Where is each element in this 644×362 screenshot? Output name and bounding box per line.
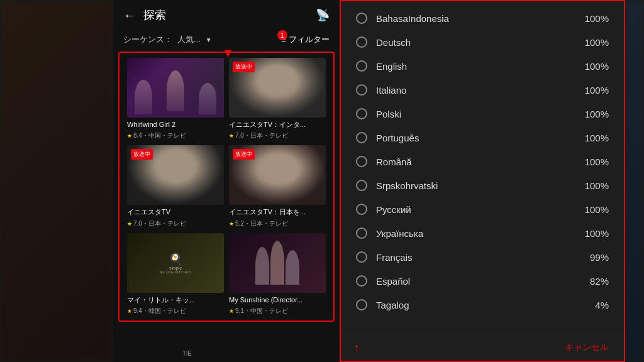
radio-button[interactable] [356, 60, 367, 72]
item-title: マイ・リトル・キッ... [127, 295, 224, 304]
language-percent: 100% [580, 61, 609, 72]
item-meta: ★ 5.2・日本・テレビ [229, 219, 326, 228]
language-percent: 100% [580, 109, 609, 119]
language-percent: 100% [580, 133, 609, 143]
list-item[interactable]: Español 82% [341, 269, 624, 293]
live-badge: 放送中 [233, 149, 255, 160]
radio-button[interactable] [356, 251, 367, 263]
language-percent: 100% [580, 228, 609, 239]
background-left [0, 0, 113, 362]
thumbnail-1 [127, 58, 224, 118]
item-title: イニエスタTV：インタ... [229, 120, 326, 129]
radio-button[interactable] [356, 228, 367, 239]
language-name: Deutsch [376, 37, 572, 48]
language-name: Español [376, 276, 572, 287]
back-button[interactable]: ← [123, 8, 136, 23]
list-item[interactable]: English 100% [341, 54, 624, 78]
list-item[interactable]: Português 100% [341, 126, 624, 150]
list-item[interactable]: 放送中 イニエスタTV ★ 7.0・日本・テレビ [127, 145, 224, 228]
content-border: Whirlwind Girl 2 ★ 8.4・中国・テレビ 放送中 イニエスタT… [118, 52, 335, 322]
filter-bar: シーケンス： 人気... ▼ 1 ≡ フィルター ▼ [113, 30, 340, 52]
list-item[interactable]: Русский 100% [341, 197, 624, 221]
language-name: Українська [376, 228, 572, 239]
thumbnail-5: 🍳 simple My Little KITCHEN [127, 233, 224, 293]
filter-badge: 1 [277, 30, 287, 40]
thumbnail-3: 放送中 [127, 145, 224, 205]
filter-text: フィルター [289, 34, 330, 45]
background-right [625, 0, 644, 362]
star-icon: ★ [229, 133, 234, 139]
radio-button[interactable] [356, 13, 367, 24]
star-icon: ★ [127, 221, 132, 227]
language-name: Română [376, 156, 572, 167]
sequence-label: シーケンス： [123, 34, 172, 45]
page-title: 探索 [143, 8, 308, 23]
left-panel: ← 探索 📡 シーケンス： 人気... ▼ 1 ≡ フィルター ▼ [113, 0, 340, 362]
language-name: Français [376, 252, 572, 263]
header: ← 探索 📡 [113, 0, 340, 30]
thumbnail-4: 放送中 [229, 145, 326, 205]
arrow-indicator: ▼ [222, 46, 235, 60]
list-item[interactable]: Français 99% [341, 245, 624, 269]
list-item[interactable]: My Sunshine (Director... ★ 9.1・中国・テレビ [229, 233, 326, 315]
language-list: BahasaIndonesia 100% Deutsch 100% Englis… [341, 1, 624, 334]
item-title: イニエスタTV：日本を... [229, 207, 326, 216]
radio-button[interactable] [356, 84, 367, 96]
list-item[interactable]: Română 100% [341, 150, 624, 173]
star-icon: ★ [127, 133, 132, 139]
language-name: BahasaIndonesia [376, 13, 572, 24]
star-icon: ★ [229, 221, 234, 227]
up-arrow-icon: ↑ [353, 341, 360, 355]
list-item[interactable]: Українська 100% [341, 221, 624, 245]
cancel-bar: ↑ キャンセル [341, 334, 624, 361]
language-name: Italiano [376, 85, 572, 96]
sequence-value[interactable]: 人気... [177, 34, 201, 45]
language-percent: 4% [580, 300, 609, 310]
item-meta: ★ 7.0・日本・テレビ [229, 131, 326, 140]
language-percent: 82% [580, 276, 609, 287]
star-icon: ★ [127, 308, 132, 314]
radio-button[interactable] [356, 108, 367, 119]
dropdown-arrow-icon[interactable]: ▼ [206, 36, 212, 43]
radio-button[interactable] [356, 36, 367, 48]
item-meta: ★ 9.4・韓国・テレビ [127, 307, 224, 315]
filter-button[interactable]: 1 ≡ フィルター [281, 34, 330, 45]
list-item[interactable]: 🍳 simple My Little KITCHEN マイ・リトル・キッ... … [127, 233, 224, 315]
language-percent: 100% [580, 13, 609, 24]
cast-icon[interactable]: 📡 [316, 8, 330, 22]
language-percent: 100% [580, 37, 609, 48]
list-item[interactable]: Tagalog 4% [341, 293, 624, 317]
live-badge: 放送中 [233, 62, 255, 72]
content-grid: Whirlwind Girl 2 ★ 8.4・中国・テレビ 放送中 イニエスタT… [119, 53, 333, 321]
list-item[interactable]: Srpskohrvatski 100% [341, 173, 624, 197]
language-percent: 100% [580, 85, 609, 96]
radio-button[interactable] [356, 180, 367, 191]
language-name: Srpskohrvatski [376, 180, 572, 191]
list-item[interactable]: 放送中 イニエスタTV：インタ... ★ 7.0・日本・テレビ [229, 58, 326, 140]
item-title: イニエスタTV [127, 207, 224, 216]
language-panel: BahasaIndonesia 100% Deutsch 100% Englis… [340, 0, 625, 362]
radio-button[interactable] [356, 132, 367, 143]
live-badge: 放送中 [131, 149, 153, 160]
list-item[interactable]: 放送中 イニエスタTV：日本を... ★ 5.2・日本・テレビ [229, 145, 326, 228]
language-percent: 99% [580, 252, 609, 263]
list-item[interactable]: Deutsch 100% [341, 30, 624, 54]
radio-button[interactable] [356, 204, 367, 215]
star-icon: ★ [229, 308, 234, 314]
radio-button[interactable] [356, 156, 367, 167]
radio-button[interactable] [356, 299, 367, 310]
list-item[interactable]: Italiano 100% [341, 78, 624, 102]
list-item[interactable]: Polski 100% [341, 102, 624, 126]
language-name: Русский [376, 204, 572, 215]
language-percent: 100% [580, 204, 609, 215]
list-item[interactable]: Whirlwind Girl 2 ★ 8.4・中国・テレビ [127, 58, 224, 140]
item-title: My Sunshine (Director... [229, 295, 326, 304]
item-meta: ★ 8.4・中国・テレビ [127, 131, 224, 140]
item-title: Whirlwind Girl 2 [127, 120, 224, 129]
list-item[interactable]: BahasaIndonesia 100% [341, 6, 624, 30]
cancel-button[interactable]: キャンセル [565, 342, 609, 353]
bottom-label: TlE [182, 350, 192, 357]
radio-button[interactable] [356, 275, 367, 287]
item-meta: ★ 9.1・中国・テレビ [229, 307, 326, 315]
language-percent: 100% [580, 156, 609, 167]
